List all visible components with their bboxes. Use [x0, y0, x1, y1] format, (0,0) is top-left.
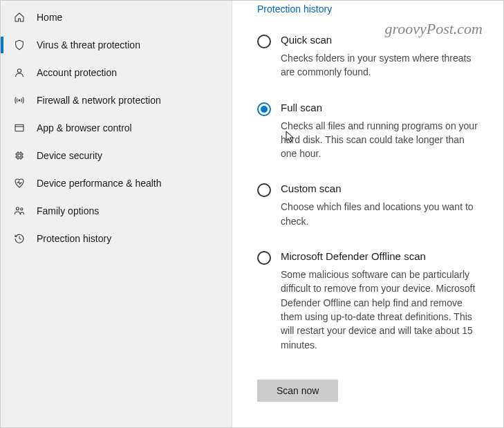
sidebar-item-protection-history[interactable]: Protection history [1, 225, 232, 252]
sidebar-item-performance-health[interactable]: Device performance & health [1, 169, 232, 197]
sidebar-label: Firewall & network protection [37, 95, 161, 106]
radio-title: Full scan [281, 102, 483, 113]
scan-option-quick[interactable]: Quick scan Checks folders in your system… [257, 34, 483, 80]
svg-rect-4 [17, 153, 22, 158]
sidebar-item-virus-threat[interactable]: Virus & threat protection [1, 31, 232, 59]
svg-point-1 [19, 100, 20, 101]
sidebar-label: Family options [37, 205, 99, 216]
svg-point-14 [16, 207, 19, 210]
scan-option-custom[interactable]: Custom scan Choose which files and locat… [257, 183, 483, 228]
sidebar-item-account[interactable]: Account protection [1, 59, 232, 86]
svg-point-0 [17, 69, 21, 73]
sidebar-label: App & browser control [37, 122, 132, 133]
account-icon [13, 66, 26, 79]
radio-title: Custom scan [281, 183, 483, 194]
radio-body: Custom scan Choose which files and locat… [281, 183, 483, 228]
scan-options-group: Quick scan Checks folders in your system… [257, 34, 483, 352]
radio-title: Quick scan [281, 34, 483, 46]
svg-rect-5 [18, 154, 21, 157]
sidebar-label: Virus & threat protection [37, 39, 140, 50]
radio-icon[interactable] [257, 35, 271, 48]
sidebar: Home Virus & threat protection Account p… [1, 1, 232, 427]
content-area: Protection history Quick scan Checks fol… [232, 1, 503, 427]
scan-now-button[interactable]: Scan now [257, 380, 338, 402]
sidebar-label: Device security [37, 150, 102, 161]
sidebar-item-device-security[interactable]: Device security [1, 142, 232, 169]
svg-rect-2 [15, 124, 24, 131]
scan-option-offline[interactable]: Microsoft Defender Offline scan Some mal… [257, 250, 483, 352]
sidebar-label: Protection history [37, 233, 111, 244]
sidebar-item-family[interactable]: Family options [1, 197, 232, 225]
protection-history-link[interactable]: Protection history [257, 3, 332, 15]
health-icon [13, 177, 26, 189]
radio-desc: Choose which files and locations you wan… [281, 200, 483, 228]
radio-icon[interactable] [257, 251, 271, 265]
chip-icon [13, 149, 26, 162]
scan-option-full[interactable]: Full scan Checks all files and running p… [257, 102, 483, 161]
sidebar-item-app-browser[interactable]: App & browser control [1, 114, 232, 142]
sidebar-label: Account protection [37, 67, 117, 78]
radio-icon[interactable] [257, 183, 271, 197]
sidebar-item-firewall[interactable]: Firewall & network protection [1, 86, 232, 114]
radio-icon[interactable] [257, 102, 271, 116]
radio-desc: Checks all files and running programs on… [281, 119, 483, 161]
sidebar-item-home[interactable]: Home [1, 3, 232, 31]
family-icon [13, 205, 26, 217]
sidebar-label: Home [37, 12, 62, 23]
radio-desc: Some malicious software can be particula… [281, 268, 483, 352]
radio-title: Microsoft Defender Offline scan [281, 250, 483, 262]
radio-body: Full scan Checks all files and running p… [281, 102, 483, 161]
window-icon [13, 122, 26, 134]
radio-desc: Checks folders in your system where thre… [281, 51, 483, 80]
svg-point-15 [21, 208, 23, 210]
sidebar-label: Device performance & health [37, 178, 162, 189]
home-icon [13, 11, 26, 24]
history-icon [13, 232, 26, 245]
radio-body: Quick scan Checks folders in your system… [281, 34, 483, 80]
antenna-icon [13, 94, 26, 106]
radio-body: Microsoft Defender Offline scan Some mal… [281, 250, 483, 352]
shield-icon [13, 39, 26, 51]
